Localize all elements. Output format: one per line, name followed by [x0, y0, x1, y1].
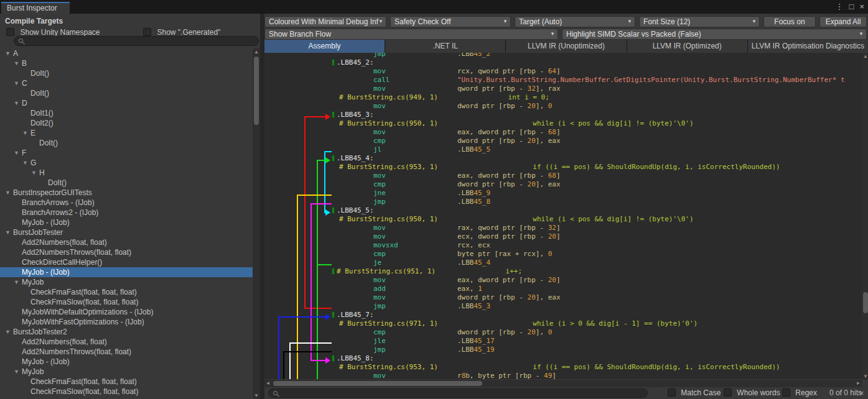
safety-check-dropdown[interactable]: Safety Check Off ▼	[390, 16, 511, 27]
tree-item[interactable]: DoIt2()	[0, 118, 253, 128]
fold-arrow-icon[interactable]: ▼	[5, 229, 13, 236]
close-find-icon[interactable]: ×	[859, 388, 864, 398]
code-hscrollbar-thumb[interactable]	[273, 381, 482, 386]
fold-arrow-icon[interactable]: ▼	[5, 50, 13, 57]
tree-item-label: MyJob - (IJob)	[22, 268, 70, 277]
tree-item[interactable]: MyJob - (IJob)	[0, 218, 253, 227]
asm-instruction-line: moveax, dword ptr [rbp - 68]	[264, 172, 862, 180]
fold-arrow-icon[interactable]: ▼	[14, 369, 22, 375]
tree-item[interactable]: ▼MyJob	[0, 367, 253, 377]
tab-llvm-ir-optimized-[interactable]: LLVM IR (Optimized)	[627, 40, 747, 53]
tree-item[interactable]: ▼BurstJobTester2	[0, 327, 253, 337]
code-vscrollbar[interactable]: ▲ ▼	[862, 53, 868, 380]
tree-item[interactable]: ▼B	[0, 58, 253, 68]
scroll-up-icon[interactable]: ▲	[862, 53, 868, 60]
kebab-menu-icon[interactable]: ⋮	[836, 2, 844, 11]
panel-splitter[interactable]	[260, 14, 264, 399]
show-generated-checkbox[interactable]	[143, 28, 151, 36]
asm-instruction-line: jle.LBB45_17	[264, 337, 862, 346]
tree-item[interactable]: CheckFmaSlow(float, float, float)	[0, 297, 253, 307]
tree-item[interactable]: CheckFmaSlow(float, float, float)	[0, 387, 253, 397]
fold-arrow-icon[interactable]: ▼	[22, 160, 30, 166]
tree-item[interactable]: ▼E	[0, 128, 253, 138]
show-branch-flow-dropdown[interactable]: Show Branch Flow ▼	[264, 29, 558, 40]
assembly-view[interactable]: jmp.LBB45_2.LBB45_2:movrcx, qword ptr [r…	[264, 53, 862, 379]
tree-item[interactable]: BranchArrows - (IJob)	[0, 198, 253, 208]
tree-item[interactable]: CheckDirectCallHelper()	[0, 257, 253, 267]
focus-on-code-button[interactable]: Focus on Code	[763, 16, 816, 27]
code-vscrollbar-thumb[interactable]	[863, 292, 868, 313]
find-input[interactable]	[268, 388, 648, 398]
code-hscrollbar[interactable]: ◄ ►	[264, 380, 862, 387]
tree-item[interactable]: ▼D	[0, 98, 253, 108]
fold-arrow-icon[interactable]: ▼	[14, 279, 22, 285]
fold-arrow-icon[interactable]: ▼	[14, 60, 22, 66]
match-case-checkbox[interactable]	[668, 388, 676, 397]
tree-item[interactable]: Add2Numbers(float, float)	[0, 337, 253, 347]
tree-scrollbar-thumb[interactable]	[254, 57, 259, 125]
jump-target-marker	[332, 59, 335, 66]
tree-item[interactable]: Add2NumbersThrows(float, float)	[0, 247, 253, 257]
tree-item-label: Add2Numbers(float, float)	[22, 238, 107, 247]
source-comment-line: # BurstString.cs(953, 1) if ((i == pos) …	[264, 163, 862, 172]
tree-item[interactable]: MyJobWithDefaultOptimizations - (IJob)	[0, 307, 253, 317]
targets-search-field[interactable]	[14, 36, 259, 46]
tree-item[interactable]: BranchArrows2 - (IJob)	[0, 208, 253, 218]
scroll-up-icon[interactable]: ▲	[253, 48, 260, 55]
close-icon[interactable]: ×	[859, 2, 864, 11]
tab-assembly[interactable]: Assembly	[264, 40, 385, 53]
tree-item[interactable]: MyJob - (IJob)	[0, 267, 253, 277]
debug-information-dropdown[interactable]: Coloured With Minimal Debug Inf ▼	[264, 16, 386, 27]
scroll-down-icon[interactable]: ▼	[862, 373, 868, 380]
tree-item[interactable]: ▼H	[0, 168, 253, 178]
scroll-down-icon[interactable]: ▼	[253, 392, 260, 399]
tree-scrollbar[interactable]: ▲ ▼	[253, 48, 260, 399]
whole-words-option[interactable]: Whole words	[724, 388, 780, 397]
tree-item-label: DoIt()	[48, 178, 67, 187]
tree-item[interactable]: ▼F	[0, 148, 253, 158]
fold-arrow-icon[interactable]: ▼	[5, 190, 13, 196]
tab-llvm-ir-optimisation-diagnostics[interactable]: LLVM IR Optimisation Diagnostics	[748, 40, 868, 53]
fold-arrow-icon[interactable]: ▼	[14, 100, 22, 106]
maximize-icon[interactable]: □	[849, 2, 854, 11]
tree-item[interactable]: MyJobWithFastOptimizations - (IJob)	[0, 317, 253, 327]
tree-item-label: BurstJobTester2	[13, 328, 67, 336]
tree-item[interactable]: DoIt()	[0, 138, 253, 148]
fold-arrow-icon[interactable]: ▼	[14, 150, 22, 156]
window-tab-burst-inspector[interactable]: Burst Inspector	[1, 2, 70, 14]
tree-item[interactable]: ▼A	[0, 48, 253, 58]
tree-item[interactable]: ▼BurstInspectorGUITests	[0, 188, 253, 198]
regex-option[interactable]: Regex	[782, 388, 817, 397]
tree-item[interactable]: ▼BurstJobTester	[0, 227, 253, 237]
hits-count: 0 of 0 hits	[829, 388, 862, 397]
tree-item-label: CheckFmaFast(float, float, float)	[30, 288, 137, 296]
target-dropdown[interactable]: Target (Auto) ▼	[515, 16, 635, 27]
tab-llvm-ir-unoptimized-[interactable]: LLVM IR (Unoptimized)	[506, 40, 626, 53]
fold-arrow-icon[interactable]: ▼	[5, 329, 13, 335]
font-size-dropdown[interactable]: Font Size (12) ▼	[639, 16, 760, 27]
tree-item[interactable]: CheckFmaFast(float, float, float)	[0, 287, 253, 297]
tree-item[interactable]: Add2NumbersThrows(float, float)	[0, 347, 253, 357]
tree-item[interactable]: ▼MyJob	[0, 277, 253, 287]
fold-arrow-icon[interactable]: ▼	[14, 80, 22, 86]
tab--net-il[interactable]: .NET IL	[385, 40, 505, 53]
match-case-option[interactable]: Match Case	[668, 388, 721, 397]
whole-words-checkbox[interactable]	[724, 388, 732, 397]
show-unity-namespace-checkbox[interactable]	[6, 28, 14, 36]
fold-arrow-icon[interactable]: ▼	[31, 170, 39, 176]
scroll-right-icon[interactable]: ►	[855, 380, 862, 387]
tree-item[interactable]: DoIt()	[0, 178, 253, 188]
tree-item[interactable]: ▼G	[0, 158, 253, 168]
tree-item[interactable]: DoIt()	[0, 68, 253, 78]
fold-arrow-icon[interactable]: ▼	[22, 130, 30, 136]
tree-item[interactable]: DoIt1()	[0, 108, 253, 118]
tree-item[interactable]: MyJob - (IJob)	[0, 357, 253, 367]
highlight-simd-dropdown[interactable]: Highlight SIMD Scalar vs Packed (False) …	[562, 29, 867, 40]
tree-item[interactable]: CheckFmaFast(float, float, float)	[0, 377, 253, 387]
tree-item[interactable]: ▼C	[0, 78, 253, 88]
tree-item[interactable]: Add2Numbers(float, float)	[0, 237, 253, 247]
expand-all-button[interactable]: Expand All	[819, 16, 867, 27]
scroll-left-icon[interactable]: ◄	[264, 380, 271, 387]
regex-checkbox[interactable]	[782, 388, 790, 397]
tree-item[interactable]: DoIt()	[0, 88, 253, 98]
